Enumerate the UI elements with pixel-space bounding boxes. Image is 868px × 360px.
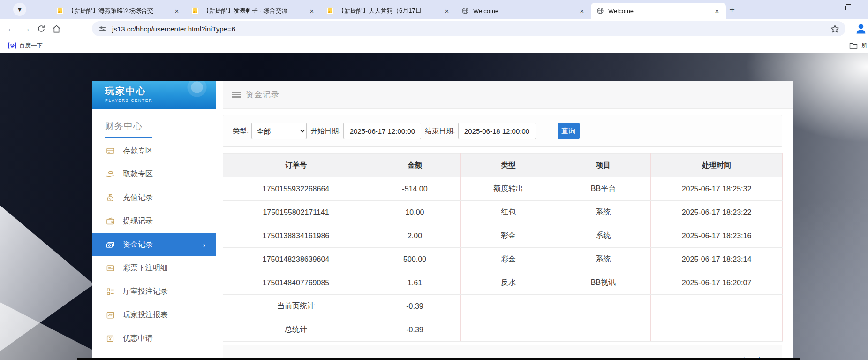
- sidebar-item-充值记录[interactable]: 充值记录: [92, 186, 216, 209]
- sidebar-item-彩票下注明细[interactable]: 彩票下注明细: [92, 256, 216, 280]
- browser-tab[interactable]: Welcome×: [591, 3, 726, 19]
- table-cell: 500.00: [369, 248, 461, 271]
- bookmark-star-icon[interactable]: [830, 24, 840, 34]
- tab-label: Welcome: [473, 8, 578, 15]
- sidebar-item-优惠申请[interactable]: 优惠申请: [92, 327, 216, 350]
- browser-tab[interactable]: 【新提醒】发表帖子 - 综合交流×: [186, 3, 321, 19]
- sidebar-item-厅室投注记录[interactable]: 厅室投注记录: [92, 280, 216, 303]
- browser-tab[interactable]: 【新提醒】天天竞猜（6月17日×: [321, 3, 456, 19]
- menu-toggle-icon[interactable]: [232, 92, 241, 98]
- player-center-card: 玩家中心 PLAYERS CENTER 财务中心 存款专区取款专区充值记录提现记…: [92, 81, 793, 360]
- bubble-favicon-icon: [56, 7, 64, 15]
- sidebar-item-label: 优惠申请: [123, 334, 153, 344]
- bubble-favicon-icon: [191, 7, 199, 15]
- table-cell: 反水: [461, 271, 556, 295]
- browser-tab-strip: ▼ 【新提醒】海燕策略论坛综合交×【新提醒】发表帖子 - 综合交流×【新提醒】天…: [0, 0, 868, 19]
- url-text[interactable]: js13.cc/hhcp/usercenter.html?iniType=6: [112, 25, 830, 33]
- tab-close-icon[interactable]: ×: [443, 7, 451, 15]
- funds-table-wrap: 订单号金额类型项目处理时间 1750155932268664-514.00额度转…: [223, 153, 782, 342]
- tab-close-icon[interactable]: ×: [308, 7, 316, 15]
- table-cell: 系统: [556, 224, 651, 248]
- start-date-label: 开始日期:: [310, 127, 340, 136]
- sidebar-item-label: 提现记录: [123, 216, 153, 226]
- table-cell: BB视讯: [556, 271, 651, 295]
- browser-tabs: 【新提醒】海燕策略论坛综合交×【新提醒】发表帖子 - 综合交流×【新提醒】天天竞…: [51, 0, 726, 19]
- money-bag-icon: [106, 193, 115, 202]
- globe-favicon-icon: [461, 7, 469, 15]
- bottom-edge-bar: [77, 358, 800, 360]
- table-cell: 彩金: [461, 224, 556, 248]
- profile-avatar[interactable]: [854, 22, 868, 35]
- all-bookmarks-label[interactable]: 所: [861, 42, 868, 50]
- tab-search-chevron-icon[interactable]: ▼: [13, 3, 26, 16]
- page-title: 资金记录: [246, 89, 279, 100]
- sidebar-item-玩家投注报表[interactable]: 玩家投注报表: [92, 303, 216, 327]
- site-settings-icon[interactable]: [98, 25, 106, 33]
- column-header: 处理时间: [651, 154, 783, 177]
- sidebar-item-提现记录[interactable]: 提现记录: [92, 209, 216, 233]
- table-cell: 系统: [556, 201, 651, 224]
- coupon-icon: [106, 334, 115, 343]
- table-cell: [651, 318, 783, 342]
- report-chart-icon: [106, 310, 115, 320]
- forward-icon[interactable]: →: [19, 21, 34, 36]
- table-cell: 2025-06-17 18:23:14: [651, 248, 783, 271]
- bookmarks-bar: 百度一下 所: [0, 38, 868, 53]
- sidebar-item-label: 取款专区: [123, 169, 153, 179]
- tab-close-icon[interactable]: ×: [578, 7, 586, 15]
- table-cell: 1750155802171141: [223, 201, 369, 224]
- chevron-right-icon: ›: [203, 241, 205, 249]
- column-header: 订单号: [223, 154, 369, 177]
- tab-label: Welcome: [608, 8, 713, 15]
- browser-tab[interactable]: 【新提醒】海燕策略论坛综合交×: [51, 3, 186, 19]
- sidebar-item-label: 充值记录: [123, 193, 153, 203]
- table-cell: 1.61: [369, 271, 461, 295]
- table-cell: 系统: [556, 248, 651, 271]
- table-cell: -0.39: [369, 318, 461, 342]
- sidebar-item-label: 厅室投注记录: [123, 287, 168, 297]
- all-bookmarks-folder-icon[interactable]: [849, 42, 858, 49]
- table-cell: 红包: [461, 201, 556, 224]
- sidebar: 玩家中心 PLAYERS CENTER 财务中心 存款专区取款专区充值记录提现记…: [92, 81, 216, 360]
- address-bar[interactable]: js13.cc/hhcp/usercenter.html?iniType=6: [92, 21, 845, 36]
- browser-tab[interactable]: Welcome×: [456, 3, 591, 19]
- sidebar-item-资金记录[interactable]: 资金记录›: [92, 233, 216, 256]
- reload-icon[interactable]: [34, 21, 49, 36]
- table-cell: 2025-06-17 16:20:07: [651, 271, 783, 295]
- globe-favicon-icon: [596, 7, 604, 15]
- tab-close-icon[interactable]: ×: [173, 7, 181, 15]
- table-row: 17501388341619862.00彩金系统2025-06-17 18:23…: [223, 224, 783, 248]
- table-cell: -514.00: [369, 177, 461, 201]
- table-cell: -0.39: [369, 295, 461, 318]
- tab-close-icon[interactable]: ×: [713, 7, 721, 15]
- hand-coin-icon: [106, 169, 115, 179]
- start-date-input[interactable]: [343, 123, 421, 139]
- table-cell: 总统计: [223, 318, 369, 342]
- back-icon[interactable]: ←: [4, 21, 19, 36]
- page-header: 资金记录: [223, 81, 793, 109]
- tab-label: 【新提醒】海燕策略论坛综合交: [68, 7, 173, 15]
- page-background: 玩家中心 PLAYERS CENTER 财务中心 存款专区取款专区充值记录提现记…: [0, 53, 868, 360]
- window-minimize-button[interactable]: [823, 8, 830, 8]
- table-row: 1750148238639604500.00彩金系统2025-06-17 18:…: [223, 248, 783, 271]
- bookmark-item-baidu[interactable]: 百度一下: [8, 42, 43, 50]
- window-restore-button[interactable]: [845, 6, 850, 10]
- sidebar-item-存款专区[interactable]: 存款专区: [92, 139, 216, 162]
- sidebar-section-underline: [105, 138, 209, 138]
- table-row: 175015580217114110.00红包系统2025-06-17 18:2…: [223, 201, 783, 224]
- new-tab-button[interactable]: +: [726, 4, 738, 16]
- type-select[interactable]: 全部: [251, 123, 307, 139]
- home-icon[interactable]: [49, 21, 64, 36]
- table-cell: 1750148407769085: [223, 271, 369, 295]
- search-button[interactable]: 查询: [558, 123, 580, 139]
- funds-table: 订单号金额类型项目处理时间 1750155932268664-514.00额度转…: [223, 153, 783, 342]
- browser-toolbar: ← → js13.cc/hhcp/usercenter.html?iniType…: [0, 19, 868, 38]
- end-date-input[interactable]: [458, 123, 536, 139]
- bubble-favicon-icon: [326, 7, 334, 15]
- table-cell: 额度转出: [461, 177, 556, 201]
- table-cell: 2025-06-17 18:23:22: [651, 201, 783, 224]
- sidebar-item-取款专区[interactable]: 取款专区: [92, 162, 216, 186]
- column-header: 项目: [556, 154, 651, 177]
- sidebar-menu: 存款专区取款专区充值记录提现记录资金记录›彩票下注明细厅室投注记录玩家投注报表优…: [92, 139, 216, 350]
- table-cell: [556, 295, 651, 318]
